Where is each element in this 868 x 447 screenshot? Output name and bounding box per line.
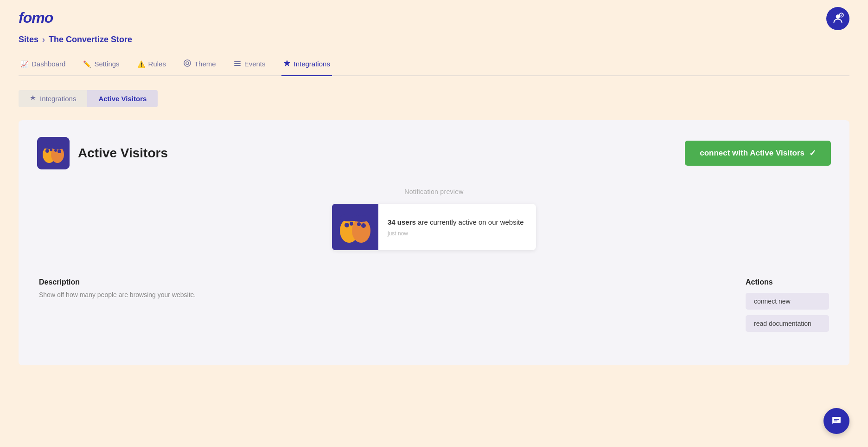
tab-settings[interactable]: ✏️ Settings (81, 55, 121, 76)
read-documentation-button[interactable]: read documentation (746, 315, 829, 332)
connect-new-button[interactable]: connect new (746, 293, 829, 310)
active-visitors-icon (37, 137, 70, 169)
description-heading: Description (39, 278, 196, 286)
user-avatar[interactable] (826, 7, 849, 30)
connect-btn-checkmark: ✓ (809, 148, 816, 158)
rules-icon: ⚠️ (137, 60, 145, 68)
card-title: Active Visitors (78, 146, 168, 161)
notification-image (332, 204, 378, 250)
description-text: Show off how many people are browsing yo… (39, 291, 196, 298)
breadcrumb: Sites › The Convertize Store (19, 35, 849, 45)
theme-icon (184, 59, 191, 68)
svg-rect-5 (234, 63, 241, 64)
sub-tab-active-visitors-label: Active Visitors (98, 95, 147, 103)
tab-rules-label: Rules (148, 60, 166, 68)
breadcrumb-sites[interactable]: Sites (19, 35, 38, 45)
svg-point-3 (186, 62, 189, 65)
tab-integrations[interactable]: Integrations (281, 55, 332, 76)
card-header: Active Visitors connect with Active Visi… (37, 137, 831, 169)
connect-with-active-visitors-button[interactable]: connect with Active Visitors ✓ (685, 141, 831, 166)
actions-heading: Actions (746, 278, 829, 286)
tab-rules[interactable]: ⚠️ Rules (135, 55, 168, 76)
svg-rect-25 (834, 419, 839, 420)
svg-point-20 (350, 222, 353, 226)
sub-tab-integrations-label: Integrations (40, 95, 76, 103)
notification-body: 34 users are currently active on our web… (378, 210, 533, 245)
sub-tab-active-visitors[interactable]: Active Visitors (87, 90, 158, 107)
notification-suffix: are currently active on our website (416, 218, 524, 226)
sub-tab-integrations[interactable]: Integrations (19, 90, 87, 107)
integrations-icon (283, 59, 291, 68)
chat-button[interactable] (823, 408, 849, 434)
notification-timestamp: just now (388, 230, 524, 237)
tab-theme[interactable]: Theme (182, 55, 218, 76)
tab-dashboard[interactable]: 📈 Dashboard (19, 55, 67, 76)
events-icon (234, 59, 241, 68)
notification-preview-card: 34 users are currently active on our web… (332, 204, 536, 250)
card-title-group: Active Visitors (37, 137, 168, 169)
notification-count: 34 users (388, 218, 416, 226)
svg-point-19 (345, 223, 349, 227)
connect-btn-label: connect with Active Visitors (700, 149, 804, 158)
settings-icon: ✏️ (83, 60, 91, 68)
svg-point-15 (51, 145, 64, 149)
notification-text: 34 users are currently active on our web… (388, 217, 524, 228)
bottom-section: Description Show off how many people are… (37, 278, 831, 337)
svg-point-2 (184, 60, 191, 66)
main-card: Active Visitors connect with Active Visi… (19, 120, 849, 365)
svg-rect-4 (234, 61, 241, 62)
svg-rect-6 (234, 65, 241, 66)
svg-point-10 (45, 149, 49, 153)
description-section: Description Show off how many people are… (39, 278, 196, 298)
svg-point-13 (57, 149, 61, 153)
svg-point-22 (361, 223, 366, 228)
tab-events[interactable]: Events (232, 55, 268, 76)
actions-section: Actions connect new read documentation (746, 278, 829, 337)
logo: fomo (19, 9, 53, 26)
tab-dashboard-label: Dashboard (32, 60, 65, 68)
dashboard-icon: 📈 (20, 60, 28, 68)
svg-rect-26 (834, 421, 838, 421)
preview-label: Notification preview (404, 188, 463, 195)
tab-settings-label: Settings (94, 60, 119, 68)
tab-events-label: Events (244, 60, 266, 68)
sub-tabs: Integrations Active Visitors (19, 90, 849, 107)
notification-preview-section: Notification preview (37, 188, 831, 250)
breadcrumb-arrow: › (42, 35, 45, 45)
svg-point-18 (352, 219, 370, 243)
main-nav: 📈 Dashboard ✏️ Settings ⚠️ Rules Theme E… (19, 55, 849, 76)
sub-tab-integrations-icon (30, 95, 36, 103)
breadcrumb-current-site: The Convertize Store (49, 35, 132, 45)
svg-point-24 (352, 215, 370, 222)
svg-point-21 (357, 222, 361, 226)
tab-theme-label: Theme (194, 60, 216, 68)
tab-integrations-label: Integrations (294, 60, 330, 68)
